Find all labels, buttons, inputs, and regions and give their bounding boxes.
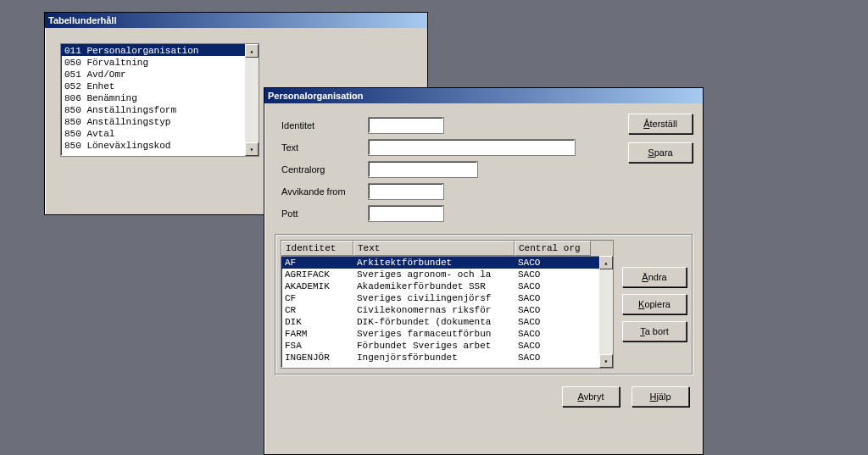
avvikande-label: Avvikande from [275, 186, 368, 197]
scroll-up-icon[interactable]: ▴ [599, 256, 613, 269]
identitet-label: Identitet [275, 120, 368, 130]
avvikande-input[interactable] [368, 183, 444, 200]
list-item[interactable]: 052 Enhet [61, 80, 259, 92]
personalorganisation-window: Personalorganisation Identitet Text Cent… [264, 87, 704, 455]
hjalp-button[interactable]: Hjälp [632, 386, 689, 407]
org-grid[interactable]: Identitet Text Central org AFArkitektför… [281, 240, 614, 369]
pott-label: Pott [275, 208, 368, 219]
grid-header: Identitet Text Central org [281, 241, 613, 257]
tabellunderhall-titlebar[interactable]: Tabellunderhåll [45, 13, 427, 28]
kopiera-button[interactable]: Kopiera [622, 294, 687, 314]
tabort-button[interactable]: Ta bort [622, 321, 687, 341]
table-row[interactable]: CRCivilekonomernas riksförSACO [281, 304, 613, 316]
list-item[interactable]: 850 Avtal [61, 127, 259, 139]
personalorganisation-titlebar[interactable]: Personalorganisation [264, 88, 703, 103]
spara-button[interactable]: Spara [628, 142, 693, 163]
list-item[interactable]: 850 Anställningstyp [61, 115, 259, 127]
scroll-up-icon[interactable]: ▴ [245, 44, 259, 58]
grid-scrollbar[interactable]: ▴ ▾ [599, 256, 613, 368]
grid-panel: Identitet Text Central org AFArkitektför… [275, 234, 693, 375]
personalorganisation-title: Personalorganisation [268, 91, 363, 101]
centralorg-input[interactable] [368, 161, 478, 178]
andra-button[interactable]: Ändra [622, 267, 687, 287]
scroll-down-icon[interactable]: ▾ [599, 354, 613, 368]
tabellunderhall-title: Tabellunderhåll [48, 15, 116, 25]
table-row[interactable]: AKADEMIKAkademikerförbundet SSRSACO [281, 280, 613, 292]
text-input[interactable] [368, 139, 576, 156]
table-row[interactable]: DIKDIK-förbundet (dokumentaSACO [281, 316, 613, 328]
table-row[interactable]: FSAFörbundet Sveriges arbetSACO [281, 340, 613, 352]
scroll-down-icon[interactable]: ▾ [245, 142, 259, 156]
text-label: Text [275, 142, 368, 153]
table-row[interactable]: FARMSveriges farmaceutförbunSACO [281, 328, 613, 340]
list-item[interactable]: 850 Anställningsform [61, 103, 259, 115]
table-row[interactable]: AFArkitektförbundetSACO [281, 257, 613, 269]
list-item[interactable]: 051 Avd/Omr [61, 68, 259, 80]
list-item[interactable]: 050 Förvaltning [61, 56, 259, 68]
list-item[interactable]: 806 Benämning [61, 92, 259, 103]
tabell-listbox[interactable]: 011 Personalorganisation050 Förvaltning0… [60, 43, 259, 157]
list-item[interactable]: 011 Personalorganisation [61, 44, 259, 56]
header-centralorg[interactable]: Central org [515, 241, 591, 256]
table-row[interactable]: AGRIFACKSveriges agronom- och laSACO [281, 269, 613, 280]
table-row[interactable]: INGENJÖRIngenjörsförbundetSACO [281, 352, 613, 363]
avbryt-button[interactable]: Avbryt [562, 386, 620, 407]
header-identitet[interactable]: Identitet [281, 241, 353, 256]
table-row[interactable]: CFSveriges civilingenjörsfSACO [281, 292, 613, 304]
pott-input[interactable] [368, 205, 444, 222]
list-item[interactable]: 850 Löneväxlingskod [61, 139, 259, 151]
aterstall-button[interactable]: Återställ [628, 114, 693, 134]
header-text[interactable]: Text [353, 241, 515, 256]
identitet-input[interactable] [368, 117, 444, 134]
centralorg-label: Centralorg [275, 164, 368, 175]
list-scrollbar[interactable]: ▴ ▾ [245, 44, 259, 156]
